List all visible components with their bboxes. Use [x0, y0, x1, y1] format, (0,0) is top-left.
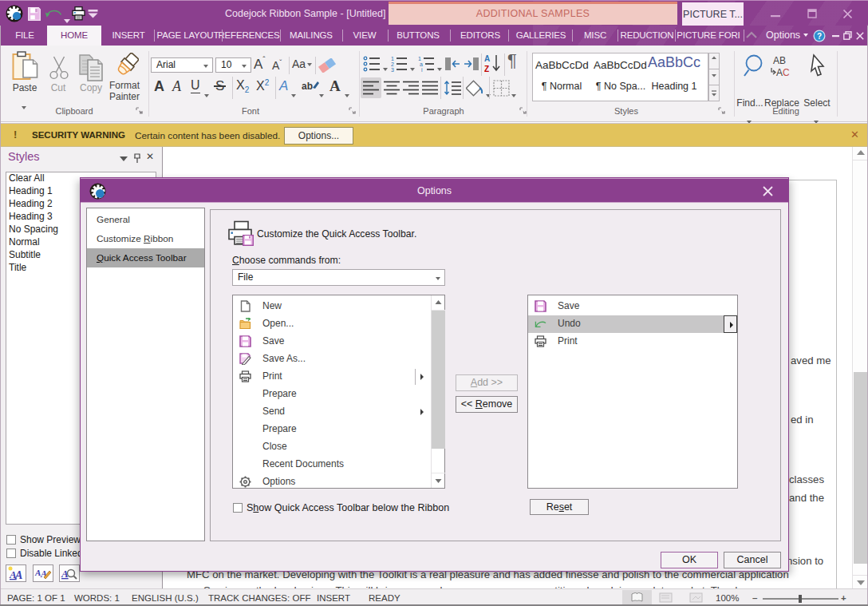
svg-text:Z: Z [484, 65, 489, 73]
svg-text:AB: AB [773, 55, 786, 66]
svg-text:A: A [14, 569, 22, 581]
svg-text:1: 1 [391, 56, 394, 61]
svg-text:a: a [420, 61, 423, 67]
svg-text:3: 3 [391, 67, 394, 72]
svg-text:?: ? [817, 32, 822, 41]
svg-text:i: i [421, 67, 423, 72]
svg-text:2: 2 [391, 61, 394, 67]
svg-text:1: 1 [418, 56, 421, 61]
svg-text:AC: AC [776, 67, 790, 78]
svg-text:A: A [484, 54, 490, 63]
